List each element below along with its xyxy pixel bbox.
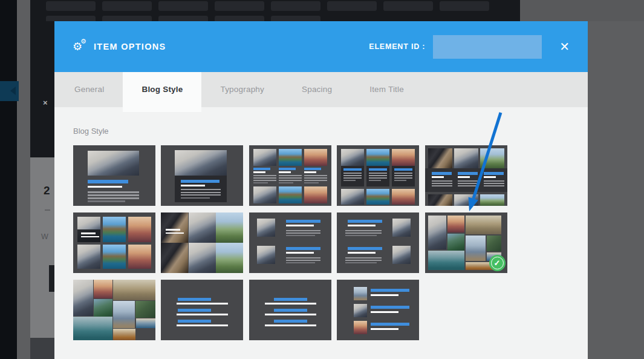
thumbnail-deco — [371, 306, 409, 309]
blog-style-option-masonry-collage-framed[interactable]: ✓ — [425, 212, 507, 273]
thumbnail-photo — [175, 150, 227, 176]
thumbnail-deco — [279, 180, 302, 181]
thumbnail-deco — [286, 230, 320, 231]
thumbnail-photo — [161, 212, 188, 243]
thumbnail-deco — [394, 177, 412, 179]
thumbnail-photo — [454, 194, 478, 206]
thumbnail-deco — [348, 252, 376, 254]
thumbnail-deco — [178, 298, 211, 301]
thumbnail-photo — [279, 186, 302, 203]
modal-header: ⚙ ⚙ ITEM OPTIONS ELEMENT ID : ✕ — [54, 21, 588, 72]
blog-style-option-mini-list[interactable] — [337, 280, 419, 340]
thumbnail-deco — [371, 289, 409, 292]
thumbnail-deco — [88, 186, 122, 188]
tab-item-title[interactable]: Item Title — [351, 72, 423, 107]
close-icon[interactable]: ✕ — [559, 41, 570, 53]
chevron-left-icon — [10, 87, 16, 95]
background-divider — [45, 209, 50, 211]
blog-style-option-grid-3-columns-panel[interactable] — [425, 145, 507, 206]
thumbnail-deco — [265, 324, 316, 326]
thumbnail-photo — [366, 149, 389, 166]
thumbnail-deco — [286, 262, 315, 263]
thumbnail-photo — [392, 219, 411, 237]
thumbnail-photo — [279, 149, 302, 166]
thumbnail-photo — [304, 149, 327, 166]
thumbnail-deco — [304, 168, 321, 170]
thumbnail-deco — [394, 173, 412, 174]
blog-style-option-boxed-text-card[interactable] — [161, 145, 243, 206]
blog-style-option-list-image-right[interactable] — [337, 212, 419, 273]
thumbnail-deco — [484, 176, 496, 178]
thumbnail-photo — [128, 217, 151, 242]
tab-typography[interactable]: Typography — [201, 72, 283, 107]
background-toolbar-button — [158, 1, 208, 11]
blog-style-grid: ✓ — [73, 145, 569, 340]
thumbnail-photo — [216, 243, 243, 273]
thumbnail-deco — [394, 175, 412, 176]
thumbnail-deco — [343, 168, 362, 171]
element-id-input[interactable] — [433, 35, 542, 59]
thumbnail-photo — [136, 318, 155, 328]
thumbnail-deco — [88, 194, 139, 196]
tab-blog-style[interactable]: Blog Style — [123, 72, 201, 112]
thumbnail-deco — [348, 220, 382, 223]
tab-spacing[interactable]: Spacing — [283, 72, 351, 107]
background-document — [30, 157, 54, 338]
background-toolbar-button — [440, 1, 489, 11]
thumbnail-photo — [77, 245, 100, 269]
thumbnail-deco — [369, 168, 387, 171]
thumbnail-deco — [81, 232, 96, 234]
background-footer-block — [30, 338, 54, 359]
thumbnail-deco — [348, 225, 376, 226]
thumbnail-deco — [81, 236, 99, 237]
blog-style-option-text-lines-centered[interactable] — [249, 280, 331, 340]
thumbnail-deco — [458, 176, 470, 178]
thumbnail-deco — [369, 175, 387, 176]
blog-style-option-grid-3-columns[interactable] — [249, 145, 331, 206]
thumbnail-deco — [458, 180, 478, 182]
tab-general[interactable]: General — [56, 72, 123, 107]
thumbnail-deco — [274, 309, 307, 312]
thumbnail-deco — [345, 232, 382, 234]
thumbnail-deco — [286, 257, 320, 259]
thumbnail-deco — [265, 314, 316, 315]
thumbnail-photo — [88, 151, 139, 176]
thumbnail-deco — [432, 185, 452, 186]
thumbnail-photo — [304, 186, 327, 203]
thumbnail-deco — [253, 182, 268, 183]
thumbnail-photo — [94, 280, 112, 298]
thumbnail-deco — [345, 260, 382, 261]
thumbnail-photo — [253, 149, 276, 166]
thumbnail-deco — [371, 294, 398, 296]
thumbnail-deco — [166, 229, 180, 231]
thumbnail-deco — [369, 177, 387, 179]
thumbnail-deco — [88, 191, 139, 193]
thumbnail-deco — [345, 257, 382, 259]
thumbnail-photo — [73, 317, 112, 340]
thumbnail-photo — [341, 149, 364, 166]
blog-style-option-image-tiles-gapped[interactable] — [73, 212, 155, 273]
thumbnail-deco — [181, 192, 221, 193]
blog-style-option-list-image-left[interactable] — [249, 212, 331, 273]
thumbnail-photo — [128, 245, 151, 269]
blog-style-option-large-image-card[interactable] — [73, 145, 155, 206]
thumbnail-photo — [253, 186, 276, 203]
thumbnail-deco — [343, 175, 362, 176]
blog-style-option-image-tiles-flush[interactable] — [161, 212, 243, 273]
blog-style-option-text-lines-left[interactable] — [161, 280, 243, 340]
thumbnail-deco — [432, 172, 452, 175]
thumbnail-deco — [345, 235, 377, 236]
thumbnail-deco — [279, 168, 296, 170]
modal-title: ITEM OPTIONS — [94, 42, 166, 51]
thumbnail-deco — [177, 303, 228, 305]
blog-style-option-grid-3-columns-boxed[interactable] — [337, 145, 419, 206]
thumbnail-deco — [253, 175, 276, 176]
thumbnail-deco — [458, 172, 478, 175]
thumbnail-deco — [181, 194, 221, 196]
thumbnail-photo — [216, 212, 243, 243]
background-collapse-handle[interactable] — [0, 81, 19, 101]
thumbnail-deco — [484, 183, 504, 184]
blog-style-option-masonry-collage-flush[interactable] — [73, 280, 155, 340]
background-toolbar — [30, 0, 520, 21]
thumbnail-deco — [253, 171, 265, 173]
